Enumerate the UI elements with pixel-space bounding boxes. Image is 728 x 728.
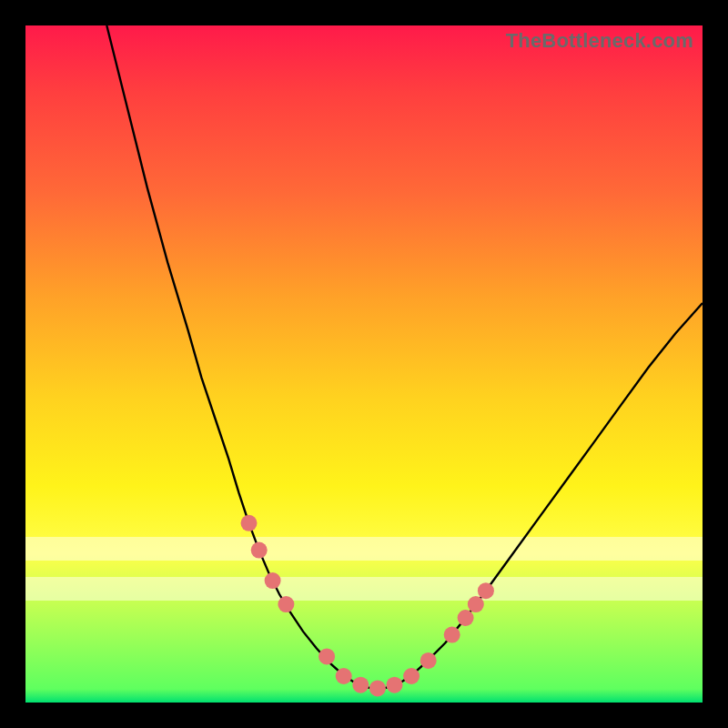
bottleneck-curve xyxy=(106,25,703,688)
marker-point xyxy=(403,668,420,684)
marker-point xyxy=(336,668,352,684)
marker-point xyxy=(444,627,460,643)
marker-point xyxy=(458,610,474,626)
marker-point xyxy=(251,542,268,559)
marker-point xyxy=(241,515,258,531)
marker-point xyxy=(369,680,386,696)
marker-point xyxy=(420,652,437,669)
marker-point xyxy=(468,596,484,612)
marker-point xyxy=(387,677,403,693)
marker-point xyxy=(478,582,494,599)
curve-svg xyxy=(25,25,703,703)
marker-point xyxy=(352,677,369,693)
marker-group xyxy=(241,515,494,697)
outer-frame: TheBottleneck.com xyxy=(0,0,728,728)
marker-point xyxy=(265,572,281,589)
marker-point xyxy=(278,596,294,612)
marker-point xyxy=(318,648,335,664)
plot-area: TheBottleneck.com xyxy=(25,25,703,703)
